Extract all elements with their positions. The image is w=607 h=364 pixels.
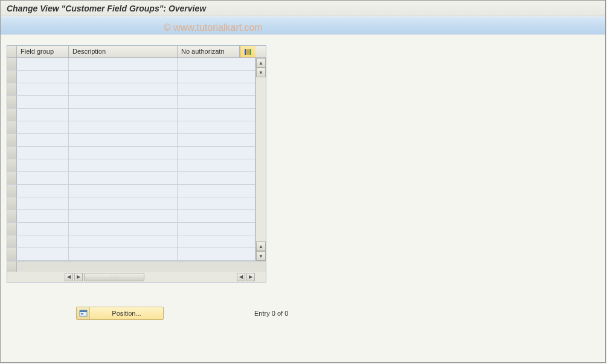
scroll-down-button-2[interactable]: ▼ [256,251,266,261]
table-config-button[interactable] [240,46,255,57]
scroll-up-button[interactable]: ▲ [256,58,266,68]
horizontal-scrollbar[interactable]: ◀ ▶ ::: ◀ ▶ [7,272,266,282]
cell-description[interactable] [69,159,178,171]
row-selector[interactable] [7,134,17,146]
row-selector[interactable] [7,197,17,209]
table-row[interactable] [7,96,255,109]
cell-description[interactable] [69,58,178,70]
position-button[interactable]: Position... [76,307,164,320]
table-row[interactable] [7,159,255,172]
col-header-field-group[interactable]: Field group [17,46,69,57]
cell-description[interactable] [69,172,178,184]
cell-description[interactable] [69,223,178,235]
footer: Position... Entry 0 of 0 [7,307,599,320]
row-selector[interactable] [7,71,17,83]
cell-description[interactable] [69,248,178,260]
table-row[interactable] [7,109,255,121]
row-selector[interactable] [7,96,17,108]
table-row[interactable] [7,147,255,159]
cell-no-auth[interactable] [178,58,255,70]
table-row[interactable] [7,121,255,134]
cell-no-auth[interactable] [178,172,255,184]
row-selector[interactable] [7,248,17,260]
cell-field-group[interactable] [17,159,69,171]
cell-field-group[interactable] [17,71,69,83]
row-selector[interactable] [7,121,17,133]
cell-no-auth[interactable] [178,121,255,133]
cell-field-group[interactable] [17,248,69,260]
col-header-description[interactable]: Description [69,46,178,57]
cell-description[interactable] [69,235,178,247]
table-row[interactable] [7,71,255,83]
vertical-scrollbar[interactable]: ▲ ▼ ▲ ▼ [255,58,266,261]
cell-description[interactable] [69,96,178,108]
cell-no-auth[interactable] [178,248,255,260]
cell-field-group[interactable] [17,210,69,222]
row-selector[interactable] [7,223,17,235]
cell-no-auth[interactable] [178,134,255,146]
cell-no-auth[interactable] [178,83,255,95]
cell-no-auth[interactable] [178,109,255,121]
scroll-up-button-2[interactable]: ▲ [256,241,266,251]
cell-description[interactable] [69,197,178,209]
cell-field-group[interactable] [17,96,69,108]
row-selector[interactable] [7,210,17,222]
scroll-left-button[interactable]: ◀ [65,273,73,281]
cell-field-group[interactable] [17,58,69,70]
table-row[interactable] [7,172,255,185]
cell-field-group[interactable] [17,185,69,197]
cell-description[interactable] [69,134,178,146]
cell-no-auth[interactable] [178,71,255,83]
row-selector[interactable] [7,159,17,171]
vscroll-track[interactable] [256,77,266,241]
cell-field-group[interactable] [17,223,69,235]
cell-field-group[interactable] [17,172,69,184]
cell-description[interactable] [69,71,178,83]
cell-description[interactable] [69,109,178,121]
table-row[interactable] [7,210,255,223]
row-selector[interactable] [7,185,17,197]
select-all-header[interactable] [7,46,17,57]
cell-field-group[interactable] [17,121,69,133]
cell-no-auth[interactable] [178,185,255,197]
row-selector[interactable] [7,109,17,121]
row-selector[interactable] [7,83,17,95]
col-header-no-auth[interactable]: No authorizatn [178,46,240,57]
hscroll-thumb[interactable]: ::: [84,273,144,281]
cell-field-group[interactable] [17,134,69,146]
table-row[interactable] [7,83,255,96]
table-row[interactable] [7,223,255,235]
scroll-right-button[interactable]: ▶ [74,273,83,281]
table-row[interactable] [7,185,255,197]
cell-no-auth[interactable] [178,147,255,159]
cell-no-auth[interactable] [178,96,255,108]
scroll-right-button-2[interactable]: ▶ [246,273,255,281]
cell-field-group[interactable] [17,147,69,159]
row-selector[interactable] [7,58,17,70]
cell-field-group[interactable] [17,235,69,247]
table-row[interactable] [7,58,255,71]
cell-no-auth[interactable] [178,159,255,171]
table-row[interactable] [7,197,255,210]
cell-field-group[interactable] [17,197,69,209]
cell-no-auth[interactable] [178,197,255,209]
table-row[interactable] [7,248,255,261]
cell-no-auth[interactable] [178,223,255,235]
table-row[interactable] [7,235,255,248]
cell-no-auth[interactable] [178,235,255,247]
table-row[interactable] [7,134,255,147]
select-all-bottom[interactable] [7,261,17,272]
cell-field-group[interactable] [17,83,69,95]
cell-description[interactable] [69,147,178,159]
row-selector[interactable] [7,235,17,247]
cell-description[interactable] [69,185,178,197]
cell-description[interactable] [69,121,178,133]
cell-description[interactable] [69,83,178,95]
row-selector[interactable] [7,147,17,159]
scroll-left-button-2[interactable]: ◀ [237,273,245,281]
cell-no-auth[interactable] [178,210,255,222]
row-selector[interactable] [7,172,17,184]
scroll-down-button[interactable]: ▼ [256,68,266,77]
cell-field-group[interactable] [17,109,69,121]
cell-description[interactable] [69,210,178,222]
